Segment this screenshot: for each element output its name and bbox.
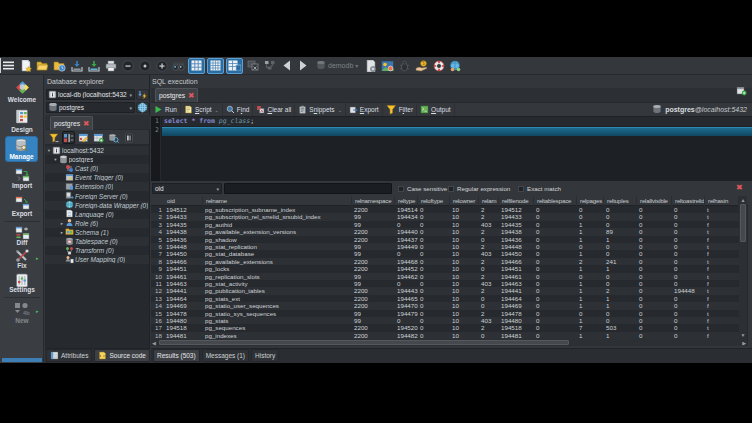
tree-item-postgres[interactable]: ▾postgres [45,155,149,164]
table-find-icon[interactable] [107,131,120,144]
column-header-reltablespace[interactable]: reltablespace [534,196,577,206]
checkbox-case-sensitive[interactable]: Case sensitive [398,185,447,192]
table-row-12[interactable]: 12194441pg_publication_tables22001944430… [151,287,740,294]
sidebar-item-welcome[interactable]: Welcome [0,80,44,105]
tab-attributes[interactable]: Attributes [46,349,92,362]
table-row-13[interactable]: 13194464pg_stats_ext22001944650100194464… [151,295,740,302]
table-row-2[interactable]: 2194433pg_subscription_rel_srrelid_srsub… [151,213,740,220]
nav-forward-icon[interactable] [295,58,312,74]
clear-all-button[interactable]: Clear all [253,103,295,116]
column-box-icon[interactable] [122,131,135,144]
filter-input[interactable] [224,183,392,194]
sql-tab-postgres[interactable]: postgres ✖ [155,88,198,102]
sidebar-item-manage[interactable]: Manage [5,136,38,162]
tab-source-code[interactable]: Source code [94,349,150,362]
table-row-9[interactable]: 9194451pg_locks2200194452010019445101100… [151,265,740,272]
column-header-reloftype[interactable]: reloftype [418,196,450,206]
sort-mode-icon[interactable] [62,131,75,144]
table-row-15[interactable]: 15194478pg_statio_sys_sequences991944790… [151,310,740,317]
export-button[interactable]: Export [346,103,383,116]
view-grid-detail-icon[interactable] [226,58,243,74]
donate-icon[interactable]: $ [413,58,430,74]
column-header-relowner[interactable]: relowner [450,196,479,206]
community-icon[interactable] [447,58,464,74]
tree-item-extension-0[interactable]: Extension (0) [45,182,149,191]
column-header-reltype[interactable]: reltype [395,196,418,206]
table-row-14[interactable]: 14194469pg_statio_user_sequences22001944… [151,302,740,309]
tree-item-foreign-server-0[interactable]: Foreign Server (0) [45,192,149,201]
tree-item-user-mapping-0[interactable]: User Mapping (0) [45,255,149,264]
support-icon[interactable] [430,58,447,74]
run-button[interactable]: Run [151,103,181,116]
column-header-oid[interactable]: oid [164,196,203,206]
table-row-7[interactable]: 7194450pg_stat_database99001040319445001… [151,250,740,257]
expander-icon[interactable]: ▸ [60,221,64,226]
table-row-3[interactable]: 3194435pg_authid99001040319443501000f [151,221,740,228]
table-row-10[interactable]: 10194461pg_replication_slots991944620102… [151,273,740,280]
sql-editor[interactable]: 12 select * from pg_class; [151,116,752,181]
filter-column-combo[interactable]: oid ▾ [152,183,222,194]
column-header-relam[interactable]: relam [479,196,499,206]
expander-icon[interactable]: ▾ [54,157,58,162]
table-row-5[interactable]: 5194436pg_shadow220019443701001944360110… [151,236,740,243]
table-row-1[interactable]: 1194512pg_subscription_subname_index2200… [151,206,740,213]
tree-item-role-6[interactable]: ▸Role (6) [45,219,149,228]
menu-icon[interactable] [0,58,17,74]
checkbox-regular-expression[interactable]: Regular expression [448,185,510,192]
vertical-scrollbar[interactable]: ▲ ▼ [739,196,747,339]
feedback-picture-icon[interactable] [379,58,396,74]
tree-item-language-0[interactable]: Language (0) [45,210,149,219]
report-doc-icon[interactable] [362,58,379,74]
column-header-relname[interactable]: relname [203,196,352,206]
table-row-16[interactable]: 16194480pg_stats99001040319448001000f [151,317,740,324]
table-row-17[interactable]: 17194518pg_sequences22001945200102194518… [151,324,740,331]
close-filter-icon[interactable]: ✖ [736,183,743,192]
horizontal-scrollbar[interactable]: ◀ ▶ [151,339,747,346]
sidebar-item-design[interactable]: Design [0,109,44,135]
horizontal-scroll-thumb[interactable] [159,340,569,345]
table-row-8[interactable]: 8194466pg_available_extensions2200194468… [151,258,740,265]
column-header-relallvisible[interactable]: relallvisible [637,196,672,206]
browse-web-button[interactable] [136,102,149,113]
column-header-relnamespace[interactable]: relnamespace [352,196,395,206]
tree-item-tablespace-0[interactable]: Tablespace (0) [45,237,149,246]
database-select[interactable]: demodb ▾ [314,59,360,73]
tree-item-event-trigger-0[interactable]: Event Trigger (0) [45,173,149,182]
sidebar-item-import[interactable]: Import [0,168,44,191]
tree-item-schema-1[interactable]: ▸Schema (1) [45,228,149,237]
column-header-reltoastrelid[interactable]: reltoastrelid [672,196,705,206]
scroll-down-icon[interactable]: ▼ [739,332,747,338]
column-header-relhasin[interactable]: relhasin [705,196,739,206]
column-header-relfilenode[interactable]: relfilenode [499,196,534,206]
open-folder-icon[interactable] [34,58,51,74]
table-row-4[interactable]: 4194438pg_available_extension_versions22… [151,228,740,235]
tab-results-503[interactable]: Results (503) [153,349,200,362]
view-grid-large-icon[interactable] [188,58,205,74]
sidebar-item-settings[interactable]: Settings [0,273,44,295]
column-header-reltuples[interactable]: reltuples [604,196,637,206]
close-tab-icon[interactable]: ✖ [83,119,89,128]
zoom-out-icon[interactable] [119,58,136,74]
output-button[interactable]: Output [417,103,455,116]
zoom-reset-icon[interactable] [136,58,153,74]
table-row-11[interactable]: 11194463pg_stat_activity9900104031944630… [151,280,740,287]
vertical-scroll-thumb[interactable] [740,204,746,242]
script-button[interactable]: Script⌄ [181,103,223,116]
filter-button[interactable]: Filter [383,103,417,116]
new-tab-icon[interactable] [736,82,747,100]
window-edit-icon[interactable] [77,131,90,144]
save-icon[interactable] [68,58,85,74]
tree-item-foreign-data-wrapper-0[interactable]: Foreign-data Wrapper (0) [45,201,149,210]
view-grid-small-icon[interactable] [207,58,224,74]
connection-combo[interactable]: local-db (localhost:5432 ▾ [46,89,135,100]
database-combo[interactable]: postgres ▾ [46,102,135,113]
scroll-right-icon[interactable]: ▶ [742,340,746,346]
close-tab-icon[interactable]: ✖ [188,91,194,100]
scroll-left-icon[interactable]: ◀ [152,340,156,346]
zoom-in-icon[interactable] [153,58,170,74]
tree-item-cast-0[interactable]: Cast (0) [45,164,149,173]
checkbox-exact-match[interactable]: Exact match [518,185,561,192]
table-add-icon[interactable] [92,131,105,144]
nav-back-icon[interactable] [278,58,295,74]
tree-item-transform-0[interactable]: Transform (0) [45,246,149,255]
